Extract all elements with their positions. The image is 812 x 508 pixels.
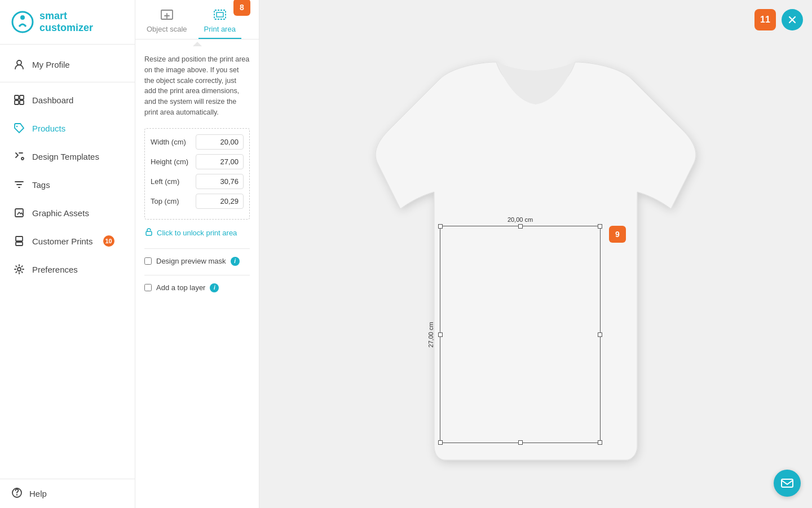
print-icon <box>13 235 25 247</box>
panel-arrow <box>135 40 259 46</box>
preview-mask-label: Design preview mask <box>156 257 226 265</box>
app-name: smart customizer <box>39 10 123 34</box>
tshirt-container: 20,00 cm 27,00 cm 9 <box>338 34 733 474</box>
svg-rect-16 <box>217 12 223 17</box>
sidebar-item-graphic-assets[interactable]: Graphic Assets <box>0 199 135 227</box>
logo-area: smart customizer <box>0 0 135 45</box>
top-layer-label: Add a top layer <box>156 283 205 292</box>
handle-top-right[interactable] <box>598 224 602 229</box>
svg-rect-5 <box>15 100 19 104</box>
handle-bottom-right[interactable] <box>598 440 602 445</box>
svg-rect-18 <box>782 479 793 487</box>
help-icon <box>11 487 23 500</box>
sidebar-item-products[interactable]: Products <box>0 114 135 142</box>
left-label: Left (cm) <box>151 177 179 186</box>
sidebar-item-label: Design Templates <box>32 152 99 161</box>
handle-top-left[interactable] <box>438 224 443 229</box>
svg-point-12 <box>17 268 21 271</box>
preview-mask-row: Design preview mask i <box>144 257 250 266</box>
user-icon <box>13 58 25 71</box>
preview-mask-checkbox[interactable] <box>144 257 152 265</box>
unlock-print-area-link[interactable]: Click to unlock print area <box>144 227 250 238</box>
svg-point-0 <box>12 12 33 32</box>
top-right-controls: 11 <box>754 9 803 30</box>
handle-bottom-left[interactable] <box>438 440 443 445</box>
top-layer-checkbox[interactable] <box>144 284 152 291</box>
sidebar-item-tags[interactable]: Tags <box>0 170 135 199</box>
width-label: Width (cm) <box>151 138 186 146</box>
svg-rect-11 <box>16 242 23 246</box>
sidebar-item-my-profile[interactable]: My Profile <box>0 50 135 78</box>
tab-badge: 8 <box>233 0 250 16</box>
sidebar-item-label: Tags <box>32 180 50 190</box>
top-layer-row: Add a top layer i <box>144 283 250 292</box>
top-input[interactable] <box>196 194 244 209</box>
email-icon <box>780 476 794 490</box>
handle-top-mid[interactable] <box>518 224 523 229</box>
tab-print-area[interactable]: Print area 8 <box>198 0 241 39</box>
sidebar-item-design-templates[interactable]: Design Templates <box>0 142 135 170</box>
asset-icon <box>13 207 25 219</box>
section-divider-2 <box>144 275 250 275</box>
top-field-row: Top (cm) <box>151 194 244 209</box>
panel-description: Resize and position the print area on th… <box>144 54 250 118</box>
logo-icon <box>11 11 34 33</box>
width-field-row: Width (cm) <box>151 134 244 150</box>
svg-rect-17 <box>146 231 152 235</box>
main-canvas: 11 20,00 cm 27,00 cm <box>259 0 812 508</box>
gear-icon <box>13 263 25 275</box>
height-input[interactable] <box>196 154 244 169</box>
svg-point-2 <box>17 60 21 65</box>
top-layer-info-icon[interactable]: i <box>210 283 219 292</box>
preview-mask-info-icon[interactable]: i <box>231 257 240 266</box>
left-input[interactable] <box>196 174 244 189</box>
height-label: Height (cm) <box>151 157 188 166</box>
left-field-row: Left (cm) <box>151 174 244 189</box>
svg-rect-4 <box>20 95 24 99</box>
width-input[interactable] <box>196 134 244 150</box>
sidebar-item-label: Dashboard <box>32 95 73 105</box>
tag-icon <box>13 122 25 134</box>
sidebar-item-label: Products <box>32 124 65 133</box>
badge-9-canvas: 9 <box>609 226 626 243</box>
filter-icon <box>13 178 25 191</box>
sidebar-item-preferences[interactable]: Preferences <box>0 255 135 283</box>
tab-object-scale[interactable]: Object scale <box>141 0 193 39</box>
top-label: Top (cm) <box>151 197 179 205</box>
settings-panel: Object scale Print area 8 Resize and pos… <box>135 0 259 508</box>
print-area-tab-icon <box>212 7 228 23</box>
height-field-row: Height (cm) <box>151 154 244 169</box>
svg-rect-10 <box>16 237 23 241</box>
sidebar: smart customizer My Profile Dashboard Pr… <box>0 0 135 508</box>
help-label: Help <box>29 489 47 498</box>
svg-point-1 <box>20 15 25 20</box>
print-area-height-label: 27,00 cm <box>427 322 434 347</box>
handle-mid-right[interactable] <box>598 332 602 337</box>
handle-mid-left[interactable] <box>438 332 443 337</box>
email-button[interactable] <box>774 470 801 497</box>
sidebar-item-dashboard[interactable]: Dashboard <box>0 86 135 114</box>
section-divider-1 <box>144 248 250 249</box>
tab-object-scale-label: Object scale <box>147 25 187 33</box>
print-area-box[interactable]: 20,00 cm 27,00 cm <box>440 226 601 443</box>
badge-11: 11 <box>754 9 776 30</box>
svg-rect-6 <box>20 100 24 104</box>
sidebar-item-label: Customer Prints <box>32 237 93 246</box>
panel-content: Resize and position the print area on th… <box>135 46 259 508</box>
svg-point-8 <box>21 157 24 160</box>
sidebar-item-customer-prints[interactable]: Customer Prints 10 <box>0 227 135 255</box>
sidebar-item-label: My Profile <box>32 60 70 69</box>
handle-bottom-mid[interactable] <box>518 440 523 445</box>
close-button[interactable] <box>782 9 803 30</box>
svg-rect-15 <box>214 10 226 19</box>
print-area-width-label: 20,00 cm <box>508 216 533 223</box>
design-icon <box>13 150 25 163</box>
sidebar-nav: My Profile Dashboard Products Design Tem… <box>0 45 135 479</box>
unlock-label: Click to unlock print area <box>157 229 237 237</box>
lock-icon <box>144 227 153 238</box>
tab-print-area-label: Print area <box>204 25 236 33</box>
help-item[interactable]: Help <box>0 479 135 508</box>
sidebar-item-label: Preferences <box>32 265 78 274</box>
svg-point-7 <box>16 126 17 127</box>
svg-rect-3 <box>15 95 19 99</box>
